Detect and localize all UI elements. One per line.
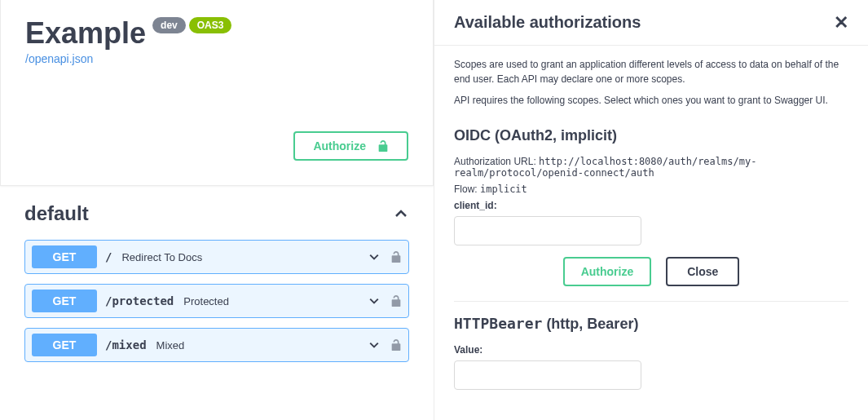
dialog-title: Available authorizations (454, 13, 641, 32)
chevron-down-icon (368, 250, 381, 263)
oidc-authorize-button[interactable]: Authorize (563, 257, 652, 286)
client-id-label: client_id: (454, 200, 848, 211)
lock-icon[interactable] (390, 338, 402, 351)
operation-controls (368, 338, 402, 351)
operation-controls (368, 250, 402, 263)
lock-icon[interactable] (390, 294, 402, 307)
method-badge: GET (32, 334, 97, 356)
authorize-wrap: Authorize (25, 131, 408, 161)
operation-summary: Protected (183, 295, 229, 307)
method-badge: GET (32, 245, 97, 268)
operation-path: /mixed (105, 338, 147, 351)
flow-label: Flow: (454, 183, 480, 195)
operation-path: / (105, 250, 112, 263)
operation-summary: Redirect To Docs (121, 251, 202, 263)
flow-value: implicit (480, 183, 527, 195)
operation-row[interactable]: GET /protected Protected (24, 284, 409, 318)
chevron-down-icon (368, 294, 381, 307)
bearer-value-label: Value: (454, 344, 848, 356)
oidc-heading: OIDC (OAuth2, implicit) (454, 127, 848, 144)
spec-link[interactable]: /openapi.json (25, 52, 93, 65)
method-badge: GET (32, 290, 97, 312)
bearer-value-input[interactable] (454, 360, 641, 390)
operation-controls (368, 294, 402, 307)
operation-row[interactable]: GET / Redirect To Docs (24, 240, 409, 274)
operation-row[interactable]: GET /mixed Mixed (24, 328, 409, 362)
authorize-button-label: Authorize (313, 139, 366, 153)
bearer-type: (http, Bearer) (542, 316, 638, 332)
auth-url-row: Authorization URL: http://localhost:8080… (454, 156, 848, 179)
client-id-input[interactable] (454, 216, 641, 245)
oidc-actions: Authorize Close (454, 257, 848, 286)
oidc-type: (OAuth2, implicit) (491, 127, 617, 144)
bearer-heading: HTTPBearer (http, Bearer) (454, 315, 848, 333)
info-card: Example dev OAS3 /openapi.json Authorize (0, 0, 434, 186)
oidc-close-button[interactable]: Close (666, 257, 739, 286)
dialog-body: Scopes are used to grant an application … (434, 46, 868, 420)
oidc-name: OIDC (454, 127, 491, 144)
title-row: Example dev OAS3 (25, 16, 408, 51)
close-icon[interactable]: ✕ (834, 14, 848, 32)
scope-description-2: API requires the following scopes. Selec… (454, 93, 848, 108)
operation-summary: Mixed (156, 339, 185, 351)
bearer-name: HTTPBearer (454, 315, 542, 332)
chevron-up-icon (393, 206, 409, 222)
lock-icon[interactable] (390, 250, 402, 263)
lock-open-icon (377, 139, 389, 153)
operation-path: /protected (105, 294, 174, 307)
version-badge: dev (152, 17, 186, 33)
oas-badge: OAS3 (189, 17, 232, 33)
authorize-button[interactable]: Authorize (293, 131, 408, 161)
dialog-header: Available authorizations ✕ (434, 0, 868, 46)
main-panel: Example dev OAS3 /openapi.json Authorize… (0, 0, 434, 372)
auth-url-label: Authorization URL: (454, 156, 539, 167)
oidc-auth-block: OIDC (OAuth2, implicit) Authorization UR… (454, 114, 848, 302)
operations-section: default GET / Redirect To Docs GET /prot… (0, 186, 434, 362)
operations-list: GET / Redirect To Docs GET /protected Pr… (24, 240, 409, 362)
tag-name: default (24, 202, 89, 225)
chevron-down-icon (368, 338, 381, 351)
tag-header[interactable]: default (24, 202, 409, 230)
flow-row: Flow: implicit (454, 183, 848, 195)
bearer-auth-block: HTTPBearer (http, Bearer) Value: (454, 302, 848, 416)
api-title: Example (25, 16, 146, 51)
authorizations-dialog: Available authorizations ✕ Scopes are us… (434, 0, 868, 420)
scope-description: Scopes are used to grant an application … (454, 57, 848, 86)
